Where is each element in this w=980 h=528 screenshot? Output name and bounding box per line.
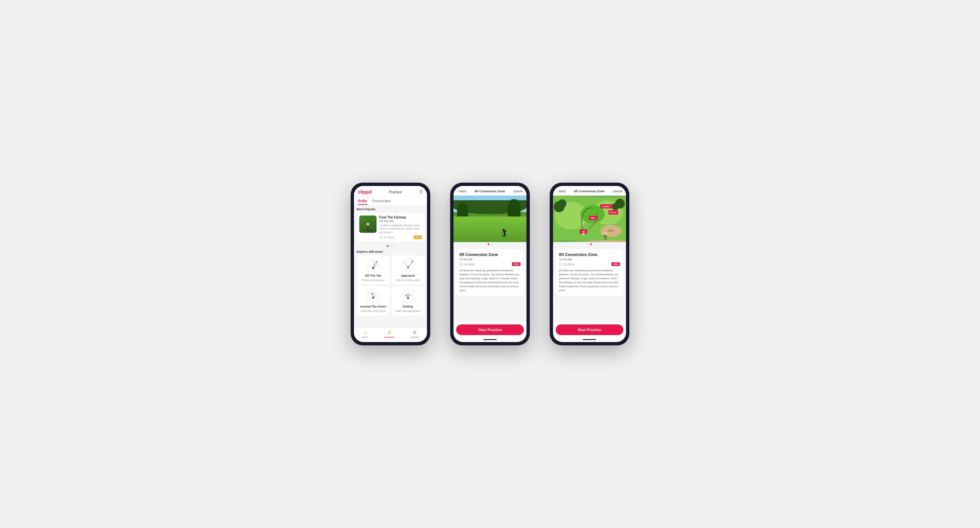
dot-map-1 [587,243,589,245]
golfer-leg-left [367,230,368,232]
golfer-head [367,223,369,225]
shots-count-2: 20 shots [464,263,475,266]
phone-2-screen: ‹ Back 6ft Conversion Zone Cancel 🏌️ [453,186,527,342]
map-dots [553,242,626,246]
drill-thumbnail [359,215,377,233]
fairway-area [453,217,527,242]
phone-1-content: Most Popular [354,205,427,327]
start-practice-button-3[interactable]: Start Practice [556,324,624,335]
golfer-silhouette: 🏌️ [499,229,508,238]
skill-icon-approach [401,258,415,273]
detail-shots: 🕐 20 shots [460,263,475,266]
home-label: Home [362,336,369,339]
phone-1: clippd Practice ☰ Drills Favourites Most… [351,183,430,345]
svg-point-14 [369,292,377,300]
phone-3: ‹ Back 6ft Conversion Zone Cancel [550,183,629,345]
skill-card-ott[interactable]: Off The Tee Power and accuracy [356,255,390,284]
dot-2 [390,245,391,247]
skill-icon-ott [366,258,380,273]
nav-capture[interactable]: ⊕ Capture [410,330,419,339]
drill-image [359,215,377,233]
favourite-icon[interactable]: ☆ [419,215,422,219]
cancel-button[interactable]: Cancel [513,190,522,193]
tabs-bar: Drills Favourites [354,197,427,205]
dot-1 [387,245,388,247]
skill-name-putting: Putting [403,305,413,308]
drill-photo: 🏌️ [453,196,527,242]
detail-shots-row: 🕐 20 shots ARG [460,262,520,266]
tag-arg-3: ARG [611,262,620,266]
svg-text:ROUGH: ROUGH [610,212,617,214]
map-svg: Hit Miss FAIRWAY ROUGH SAND [553,196,626,242]
tab-drills[interactable]: Drills [358,199,367,205]
dot-img-1 [488,243,489,245]
cancel-button-3[interactable]: Cancel [613,190,622,193]
svg-point-19 [371,293,372,294]
drill-info: Find The Fairway Off The Tee Create an i… [379,215,422,239]
nav-activities[interactable]: ⚡ Activities [385,330,395,339]
svg-point-12 [412,261,413,262]
home-indicator-2 [484,339,496,340]
ott-svg [366,258,380,273]
svg-point-20 [374,293,375,295]
tag-arg-2: ARG [512,262,520,266]
skill-icon-putting [401,289,415,303]
activities-icon: ⚡ [387,330,392,335]
phone-2-content: 6ft Conversion Zone 10-50 yds 🕐 20 shots… [453,246,527,322]
home-indicator-3 [583,339,596,340]
clock-icon-3: 🕐 [559,263,563,266]
phone-1-header: clippd Practice ☰ [354,186,427,197]
capture-label: Capture [410,336,419,339]
chevron-left-icon-3: ‹ [557,190,558,193]
home-icon: ⌂ [364,330,367,335]
drill-map: Hit Miss FAIRWAY ROUGH SAND [553,196,626,242]
shots-count-3: 20 shots [564,263,574,266]
featured-drill-card[interactable]: Find The Fairway Off The Tee Create an i… [356,213,424,242]
svg-point-13 [367,290,380,303]
svg-point-35 [558,199,566,208]
nav-home[interactable]: ⌂ Home [362,330,369,339]
drill-title: Find The Fairway [379,215,422,219]
skill-card-atg[interactable]: Around The Green Hone your short game [356,286,390,315]
drill-description: Create an imaginary fairway using trees … [379,224,422,234]
golfer-leg-right [369,230,369,232]
svg-point-53 [582,233,585,235]
app-logo: clippd [358,189,372,195]
header-title: Practice [389,190,402,194]
skill-desc-ott: Power and accuracy [362,279,385,282]
chevron-left-icon: ‹ [458,190,458,193]
drill-detail-description: 20 shots are randomly generated at dista… [460,269,520,293]
golfer-body [368,226,368,229]
dot-map-2 [590,243,592,245]
phone-2-header-title: 6ft Conversion Zone [474,189,505,193]
back-button-3[interactable]: ‹ Back [557,190,566,193]
drill-detail-title-3: 6ft Conversion Zone [559,252,620,257]
tab-favourites[interactable]: Favourites [372,199,391,205]
dot-3 [393,245,395,247]
phone-3-header: ‹ Back 6ft Conversion Zone Cancel [553,186,626,196]
drill-footer: 🕐 10 shots OTT [379,235,422,239]
start-practice-button-2[interactable]: Start Practice [456,324,524,335]
menu-icon[interactable]: ☰ [419,190,423,194]
clock-icon: 🕐 [379,236,382,239]
skill-card-putting[interactable]: Putting Make and lag practice [391,286,424,315]
skill-card-approach[interactable]: Approach Dial-in to hit the green [391,255,424,284]
putting-svg [401,289,415,303]
atg-svg [366,289,380,303]
dot-img-2 [491,243,492,245]
skill-name-ott: Off The Tee [365,274,381,277]
drill-detail-yards-3: 10-50 yds [559,258,620,261]
back-button[interactable]: ‹ Back [458,190,466,193]
phones-container: clippd Practice ☰ Drills Favourites Most… [351,183,629,345]
drill-detail-title: 6ft Conversion Zone [460,252,520,257]
back-label-3: Back [559,190,566,193]
skill-desc-atg: Hone your short game [361,309,385,313]
capture-icon: ⊕ [413,330,417,335]
phone-2: ‹ Back 6ft Conversion Zone Cancel 🏌️ [450,183,530,345]
clock-icon-2: 🕐 [460,263,463,266]
skill-name-approach: Approach [401,274,415,277]
phone-1-screen: clippd Practice ☰ Drills Favourites Most… [354,186,427,342]
svg-text:Miss: Miss [591,217,596,219]
drill-detail-yards: 10-50 yds [460,258,520,261]
golfer-figure [365,223,371,233]
